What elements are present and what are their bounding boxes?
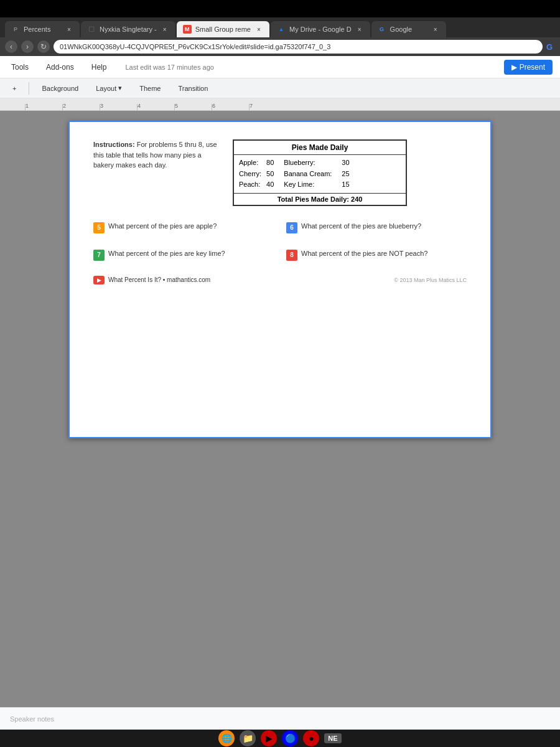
question-8-num: 8 [286,250,297,261]
menu-help[interactable]: Help [88,60,111,74]
last-edit-status: Last edit was 17 minutes ago [125,63,213,71]
pies-row-blueberry: Blueberry: 30 [284,157,349,169]
tab-google-close[interactable]: × [431,25,440,34]
tab-nyxkia-favicon: ☐ [87,25,96,34]
pie-blueberry-value: 30 [342,157,349,169]
questions-row-1: 5 What percent of the pies are apple? 6 … [93,222,467,233]
present-button[interactable]: ▶ Present [504,60,553,75]
tab-nyxkia-label: Nyxkia Singletary - [100,26,157,33]
question-7: 7 What percent of the pies are key lime? [93,250,274,261]
ruler-mark-5: 5 [174,104,212,110]
app-top-bar: Tools Add-ons Help Last edit was 17 minu… [0,56,560,78]
tab-small-group[interactable]: M Small Group reme × [177,21,269,37]
menu-tools[interactable]: Tools [7,60,32,74]
taskbar-icon-5[interactable]: ● [303,730,319,746]
tab-bar: P Percents × ☐ Nyxkia Singletary - × M S… [0,17,560,37]
taskbar-icon-2[interactable]: 📁 [240,730,256,746]
instructions-text: Instructions: For problems 5 thru 8, use… [93,139,218,171]
present-icon: ▶ [511,63,517,72]
os-top-bar [0,0,560,17]
instructions-table-area: Instructions: For problems 5 thru 8, use… [93,139,467,206]
tab-my-drive[interactable]: ▲ My Drive - Google D × [271,21,370,37]
tab-google[interactable]: G Google × [371,21,446,37]
pies-table-body: Apple: 80 Cherry: 50 Peach: [234,155,406,193]
pie-peach-name: Peach: [239,179,260,190]
google-logo: G [546,42,553,52]
ne-badge: NE [324,733,341,743]
slide-canvas-wrapper[interactable]: Instructions: For problems 5 thru 8, use… [0,111,560,707]
taskbar-icon-3[interactable]: ▶ [261,730,277,746]
tab-nyxkia-close[interactable]: × [161,25,169,34]
tab-percents-close[interactable]: × [65,25,73,34]
tab-percents[interactable]: P Percents × [5,21,80,37]
tab-percents-favicon: P [11,25,20,34]
pie-banana-name: Banana Cream: [284,169,332,180]
back-button[interactable]: ‹ [5,40,17,53]
question-6-num: 6 [286,222,297,233]
pies-total: Total Pies Made Daily: 240 [234,193,406,205]
question-6: 6 What percent of the pies are blueberry… [286,222,467,233]
tab-google-favicon: G [378,25,386,34]
pies-row-apple: Apple: 80 [239,157,274,169]
video-link-row: ▶ What Percent Is It? • mathantics.com ©… [93,276,467,284]
taskbar-icon-4[interactable]: 🔵 [282,730,298,746]
menu-addons[interactable]: Add-ons [42,60,78,74]
tab-small-group-close[interactable]: × [254,25,263,34]
toolbar-divider-1 [29,82,29,95]
ruler-mark-7: 7 [249,104,286,110]
toolbar-layout-label: Layout [96,85,116,92]
slide-area: 1 2 3 4 5 6 7 [0,98,560,707]
ruler-mark-3: 3 [100,104,137,110]
toolbar-layout-chevron: ▾ [118,84,122,92]
address-bar-text: 01WNkGK00Q368yU-4CQJVQPRE5f_P6vCK9Cx1SrY… [60,43,330,50]
forward-button[interactable]: › [21,40,34,53]
browser-chrome: P Percents × ☐ Nyxkia Singletary - × M S… [0,17,560,56]
address-bar[interactable]: 01WNkGK00Q368yU-4CQJVQPRE5f_P6vCK9Cx1SrY… [54,40,543,54]
taskbar-icon-1[interactable]: 🌐 [218,730,235,746]
slide-canvas[interactable]: Instructions: For problems 5 thru 8, use… [68,121,492,438]
tab-my-drive-favicon: ▲ [277,25,286,34]
tab-google-label: Google [390,26,412,33]
ruler-mark-4: 4 [137,104,174,110]
question-6-text: What percent of the pies are blueberry? [301,222,421,230]
speaker-notes-label: Speaker notes [10,715,54,723]
question-5: 5 What percent of the pies are apple? [93,222,274,233]
instructions-bold: Instructions: [93,141,135,148]
pie-keylime-value: 15 [342,179,349,190]
pies-row-banana: Banana Cream: 25 [284,169,349,180]
os-taskbar: 🌐 📁 ▶ 🔵 ● NE [0,730,560,747]
toolbar-background[interactable]: Background [37,83,83,94]
questions-row-2: 7 What percent of the pies are key lime?… [93,250,467,261]
toolbar-layout[interactable]: Layout ▾ [91,82,127,94]
pies-table-title: Pies Made Daily [234,141,406,155]
reload-button[interactable]: ↻ [37,40,50,53]
ruler-mark-1: 1 [25,104,62,110]
address-bar-row: ‹ › ↻ 01WNkGK00Q368yU-4CQJVQPRE5f_P6vCK9… [0,37,560,56]
pies-col-right: Blueberry: 30 Banana Cream: 25 [284,157,349,190]
slide-content: Instructions: For problems 5 thru 8, use… [93,139,467,284]
question-8: 8 What percent of the pies are NOT peach… [286,250,467,261]
pies-row-peach: Peach: 40 [239,179,274,190]
present-label: Present [520,63,545,72]
toolbar-transition[interactable]: Transition [173,83,213,94]
ruler-container: 1 2 3 4 5 6 7 [0,98,560,707]
toolbar-theme[interactable]: Theme [134,83,166,94]
video-label: What Percent Is It? • mathantics.com [108,276,210,283]
pie-peach-value: 40 [266,179,274,190]
slides-toolbar: + Background Layout ▾ Theme Transition [0,78,560,98]
question-5-text: What percent of the pies are apple? [108,222,217,230]
question-7-text: What percent of the pies are key lime? [108,250,225,257]
ruler-marks: 1 2 3 4 5 6 7 [0,98,286,110]
speaker-notes[interactable]: Speaker notes [0,707,560,730]
tab-nyxkia[interactable]: ☐ Nyxkia Singletary - × [81,21,175,37]
pie-cherry-name: Cherry: [239,169,261,180]
pies-table: Pies Made Daily Apple: 80 [233,139,407,206]
pie-apple-value: 80 [266,157,274,169]
tab-percents-label: Percents [24,26,50,33]
pie-keylime-name: Key Lime: [284,179,314,190]
pies-row-cherry: Cherry: 50 [239,169,274,180]
toolbar-add-slide[interactable]: + [7,83,21,94]
pies-col-left: Apple: 80 Cherry: 50 Peach: [239,157,274,190]
tab-my-drive-close[interactable]: × [355,25,364,34]
question-7-num: 7 [93,250,105,261]
